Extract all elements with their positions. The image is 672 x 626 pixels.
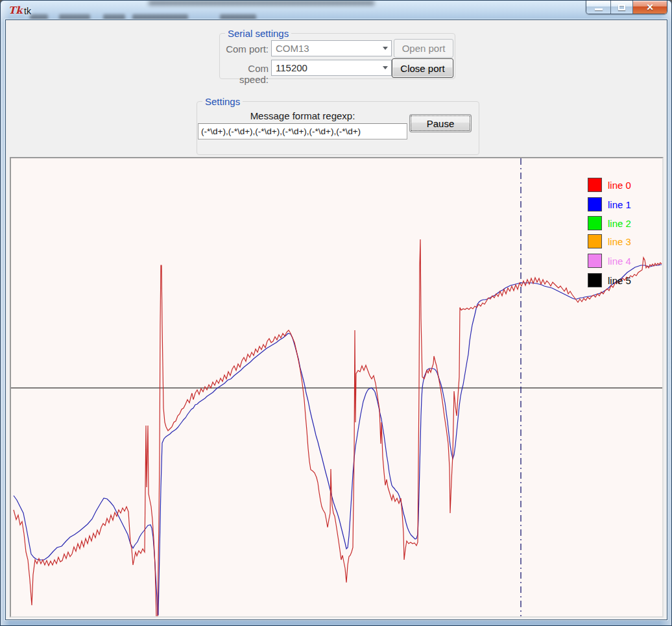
series-line-1 (14, 265, 662, 615)
minimize-button[interactable] (586, 1, 611, 14)
client-area: Serial settings Com port: COM13 Open por… (5, 19, 667, 620)
legend-label: line 4 (608, 256, 631, 267)
legend-swatch-icon (588, 234, 602, 248)
com-speed-label: Com speed: (218, 63, 269, 85)
maximize-icon (618, 5, 625, 10)
legend-item: line 0 (588, 178, 631, 192)
legend-swatch-icon (588, 216, 602, 230)
open-port-button[interactable]: Open port (394, 39, 453, 58)
com-speed-combobox[interactable]: 115200 (271, 60, 392, 76)
pause-button[interactable]: Pause (409, 114, 472, 132)
legend-item: line 5 (588, 273, 631, 287)
close-button[interactable]: ✕ (633, 1, 667, 14)
background-window-ghost (149, 1, 374, 5)
com-port-combobox[interactable]: COM13 (271, 40, 392, 56)
chevron-down-icon[interactable] (379, 41, 391, 56)
legend-item: line 1 (588, 197, 631, 211)
titlebar[interactable]: Tk tk ✕ (1, 1, 671, 20)
plot-canvas[interactable]: line 0line 1line 2line 3line 4line 5 (10, 157, 664, 618)
window-controls: ✕ (586, 1, 667, 14)
legend-label: line 2 (608, 218, 631, 229)
window-title: tk (24, 6, 31, 16)
maximize-button[interactable] (611, 1, 633, 14)
regexp-label: Message format regexp: (198, 110, 407, 121)
legend-swatch-icon (588, 178, 602, 192)
series-line-0 (14, 239, 662, 616)
legend-label: line 3 (608, 236, 631, 247)
close-icon: ✕ (646, 3, 654, 12)
close-port-button[interactable]: Close port (392, 58, 453, 78)
tk-app-icon: Tk (8, 5, 21, 16)
regexp-input[interactable] (198, 123, 407, 139)
legend-item: line 3 (588, 234, 631, 248)
com-port-value: COM13 (276, 43, 309, 54)
legend-swatch-icon (588, 254, 602, 268)
legend-item: line 2 (588, 216, 631, 230)
legend-swatch-icon (588, 197, 602, 211)
legend-swatch-icon (588, 273, 602, 287)
serial-settings-group-label: Serial settings (225, 28, 291, 39)
legend-label: line 0 (608, 180, 631, 191)
plot-svg (11, 158, 662, 616)
chevron-down-icon[interactable] (379, 60, 391, 75)
com-speed-value: 115200 (276, 62, 307, 73)
legend-label: line 5 (608, 275, 631, 286)
minimize-icon (595, 8, 603, 10)
legend-item: line 4 (588, 254, 631, 268)
legend-label: line 1 (608, 199, 631, 210)
settings-group-label: Settings (202, 96, 243, 107)
com-port-label: Com port: (218, 43, 269, 54)
app-window: Tk tk ✕ Serial settings Com port: COM13 … (0, 0, 672, 626)
